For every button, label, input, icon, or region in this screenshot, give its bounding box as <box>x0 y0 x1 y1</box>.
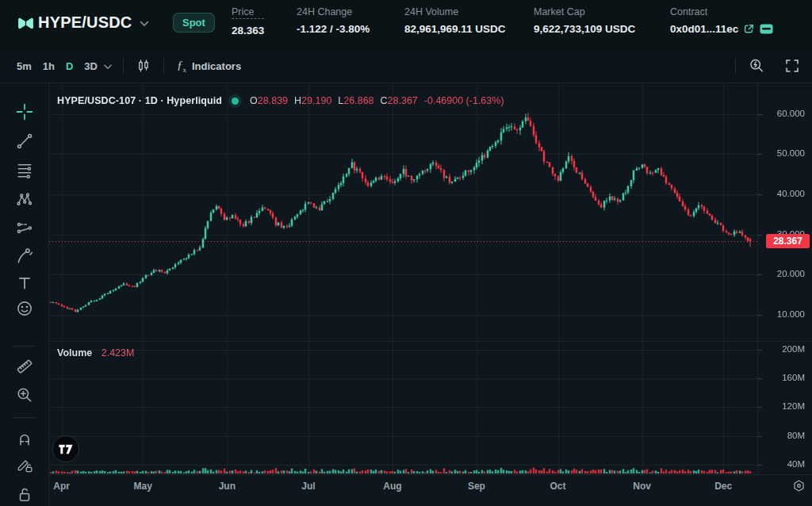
axis-tick <box>758 436 762 437</box>
ohlc-change: -0.46900 (-1.63%) <box>424 95 504 106</box>
stat-change: 24H Change -1.122 / -3.80% <box>297 6 370 35</box>
stat-price: Price 28.363 <box>232 6 264 36</box>
ohlc-high-value: 29.190 <box>301 95 331 106</box>
axis-settings-gear-icon[interactable] <box>792 479 806 493</box>
quick-search-icon[interactable] <box>744 56 769 76</box>
axis-label: 40M <box>758 459 805 469</box>
stat-volume-label: 24H Volume <box>404 6 506 17</box>
pane-divider[interactable] <box>49 341 812 342</box>
stat-marketcap-label: Market Cap <box>534 6 635 17</box>
drawing-mode-lock-icon[interactable] <box>16 456 33 473</box>
stat-contract-label: Contract <box>670 6 773 17</box>
spot-badge: Spot <box>173 13 215 33</box>
xabcd-pattern-tool-icon[interactable] <box>16 191 33 209</box>
axis-tick <box>758 407 762 408</box>
toolbar-divider <box>123 58 124 74</box>
wallet-icon[interactable] <box>760 24 773 34</box>
measure-tool-icon[interactable] <box>16 358 33 375</box>
ohlc-open-key: O <box>250 95 258 106</box>
axis-tick <box>758 378 762 379</box>
timeframe-1h[interactable]: 1h <box>37 57 60 75</box>
time-axis-label: Dec <box>714 481 732 492</box>
text-tool-icon[interactable] <box>16 274 33 292</box>
axis-label: 40.000 <box>758 189 805 198</box>
toolbar-divider <box>163 58 164 74</box>
zoom-in-tool-icon[interactable] <box>16 386 33 404</box>
pair-title: HYPE/USDC <box>38 13 132 32</box>
stat-marketcap-value: 9,622,733,109 USDC <box>534 23 635 35</box>
legend-title: HYPE/USDC-107 · 1D · Hyperliquid <box>57 95 222 106</box>
chart-style-button[interactable] <box>132 56 155 75</box>
time-axis-label: Jun <box>219 481 236 492</box>
axis-tick <box>758 350 762 351</box>
fullscreen-icon[interactable] <box>780 56 804 75</box>
stat-marketcap: Market Cap 9,622,733,109 USDC <box>534 6 635 35</box>
axis-label: 50.000 <box>758 148 805 158</box>
stat-price-value: 28.363 <box>232 25 264 36</box>
axis-tick <box>758 235 762 236</box>
volume-value: 2.423M <box>102 347 135 358</box>
axis-tick <box>758 465 762 466</box>
timeframe-menu-chevron-icon[interactable] <box>104 64 112 70</box>
axis-tick <box>758 154 762 155</box>
price-axis[interactable]: 28.367 60.00050.00040.00030.00020.00010.… <box>757 83 812 474</box>
external-link-icon[interactable] <box>743 23 755 35</box>
axis-tick <box>758 194 762 195</box>
timeframe-3d[interactable]: 3D <box>79 57 103 75</box>
last-price-tag: 28.367 <box>766 234 810 248</box>
lock-drawings-icon[interactable] <box>16 485 33 503</box>
ohlc-low-value: 26.868 <box>343 95 373 106</box>
magnet-mode-icon[interactable] <box>16 430 33 447</box>
time-axis[interactable]: AprMayJunJulAugSepOctNovDec <box>49 474 812 506</box>
ohlc-open-value: 28.839 <box>258 95 288 106</box>
stat-contract: Contract 0x0d01...11ec <box>670 6 773 35</box>
stat-volume-value: 82,961,969.11 USDC <box>404 23 506 35</box>
tradingview-logo[interactable] <box>52 435 79 462</box>
axis-tick <box>758 274 762 275</box>
axis-label: 10.000 <box>758 309 805 319</box>
chevron-down-icon[interactable] <box>140 21 149 27</box>
ohlc-close-key: C <box>381 95 388 106</box>
hyperliquid-logo <box>17 16 35 31</box>
axis-label: 120M <box>758 401 805 411</box>
chart-toolbar: 5m 1h D 3D ƒx Indicators <box>0 49 812 83</box>
time-axis-label: Apr <box>53 481 70 492</box>
toolbar-divider <box>735 58 736 74</box>
ohlc-high-key: H <box>294 95 301 106</box>
stat-price-label: Price <box>232 6 264 19</box>
ohlc-low-key: L <box>338 95 343 106</box>
crosshair-tool-icon[interactable] <box>16 103 33 121</box>
ohlc-close-value: 28.367 <box>388 95 418 106</box>
time-axis-label: Sep <box>468 481 485 492</box>
stat-change-value: -1.122 / -3.80% <box>297 23 370 35</box>
axis-label: 20.000 <box>758 269 805 278</box>
drawing-toolbar <box>0 83 49 506</box>
stat-volume: 24H Volume 82,961,969.11 USDC <box>404 6 506 35</box>
axis-tick <box>758 315 762 316</box>
volume-label: Volume <box>57 347 92 358</box>
time-axis-label: Oct <box>550 481 566 492</box>
time-axis-label: Aug <box>383 481 401 492</box>
emoji-tool-icon[interactable] <box>16 300 33 317</box>
axis-tick <box>758 114 762 115</box>
time-axis-label: Jul <box>301 481 315 492</box>
candlestick-canvas[interactable] <box>49 83 757 474</box>
axis-label: 60.000 <box>758 109 805 118</box>
indicators-label: Indicators <box>192 60 241 72</box>
axis-label: 80M <box>758 431 805 440</box>
data-status-dot[interactable] <box>232 98 239 105</box>
toolbar-divider <box>13 346 36 347</box>
fib-retracement-tool-icon[interactable] <box>16 162 33 179</box>
timeframe-1d[interactable]: D <box>60 57 79 75</box>
time-axis-label: May <box>134 481 152 492</box>
prediction-tool-icon[interactable] <box>16 220 33 237</box>
axis-label: 200M <box>758 344 805 354</box>
brush-tool-icon[interactable] <box>16 247 33 265</box>
timeframe-5m[interactable]: 5m <box>11 57 37 75</box>
stat-contract-value: 0x0d01...11ec <box>670 23 738 35</box>
fx-icon: ƒx <box>177 59 186 74</box>
indicators-button[interactable]: ƒx Indicators <box>172 56 246 76</box>
time-axis-label: Nov <box>633 481 651 492</box>
stat-change-label: 24H Change <box>297 6 370 17</box>
trend-line-tool-icon[interactable] <box>16 132 33 150</box>
